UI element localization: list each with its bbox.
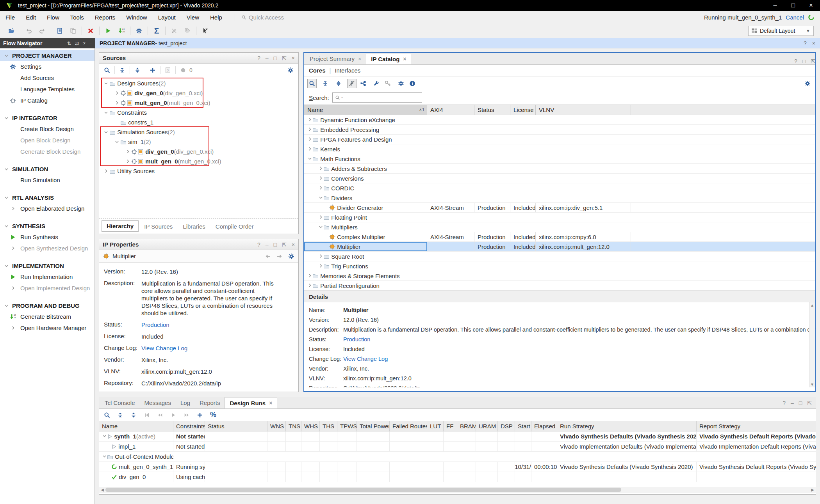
float-panel-icon[interactable]: ⇱ bbox=[282, 241, 287, 248]
catalog-row-divider-generator[interactable]: Divider GeneratorAXI4-StreamProductionIn… bbox=[304, 203, 815, 213]
collapse-all-button[interactable] bbox=[116, 410, 125, 420]
expand-toggle[interactable] bbox=[307, 117, 312, 123]
menu-file[interactable]: File bbox=[0, 14, 20, 21]
add-sources-button[interactable] bbox=[148, 66, 157, 75]
column-header-report_strategy[interactable]: Report Strategy bbox=[697, 421, 816, 431]
menu-help[interactable]: Help bbox=[205, 14, 228, 21]
search-input[interactable]: ‑ bbox=[332, 92, 422, 103]
collapse-all-button[interactable] bbox=[118, 66, 127, 75]
sidebar-section-rtl-analysis[interactable]: RTL ANALYSIS bbox=[0, 192, 94, 203]
tree-item-Simulation Sources[interactable]: Simulation Sources (2) bbox=[99, 127, 298, 137]
run-row-impl-1[interactable]: impl_1Not startedVivado Implementation D… bbox=[99, 442, 816, 452]
tab-log[interactable]: Log bbox=[176, 397, 195, 408]
column-header-tns[interactable]: TNS bbox=[286, 421, 301, 431]
property-value[interactable]: View Change Log bbox=[141, 344, 277, 352]
column-header-ff[interactable]: FF bbox=[444, 421, 457, 431]
expand-all-icon[interactable]: ⇄ bbox=[75, 41, 79, 46]
catalog-row-floating-point[interactable]: Floating Point bbox=[304, 213, 815, 222]
expand-toggle[interactable] bbox=[307, 282, 312, 289]
maximize-panel-icon[interactable]: □ bbox=[799, 400, 802, 406]
maximize-panel-icon[interactable]: □ bbox=[274, 55, 277, 61]
cores-view-button[interactable]: Cores bbox=[309, 67, 326, 74]
scroll-left-icon[interactable]: ◀ bbox=[99, 488, 105, 492]
tree-item-Utility Sources[interactable]: Utility Sources bbox=[99, 166, 298, 176]
settings-button[interactable] bbox=[132, 25, 146, 36]
sidebar-item-open-elaborated-design[interactable]: Open Elaborated Design bbox=[0, 203, 94, 214]
catalog-row-kernels[interactable]: Kernels bbox=[304, 144, 815, 154]
column-header-license[interactable]: License bbox=[510, 105, 536, 115]
minimize-panel-icon[interactable]: – bbox=[791, 400, 794, 406]
search-button[interactable] bbox=[102, 66, 112, 75]
collapse-all-button[interactable] bbox=[321, 79, 330, 88]
tree-item-mult_gen_0[interactable]: mult_gen_0 (mult_gen_0.xci) bbox=[99, 98, 298, 108]
expand-all-button[interactable] bbox=[129, 410, 138, 420]
catalog-row-adders-subtracters[interactable]: Adders & Subtracters bbox=[304, 164, 815, 174]
redo-button[interactable] bbox=[36, 25, 49, 36]
column-header-status[interactable]: Status bbox=[205, 421, 267, 431]
forward-arrow-icon[interactable] bbox=[276, 253, 283, 259]
minimize-button[interactable]: – bbox=[766, 2, 784, 9]
sidebar-item-run-implementation[interactable]: Run Implementation bbox=[0, 271, 94, 282]
close-button[interactable]: × bbox=[802, 2, 820, 9]
column-header-axi4[interactable]: AXI4 bbox=[427, 105, 474, 115]
sidebar-item-open-hardware-manager[interactable]: Open Hardware Manager bbox=[0, 322, 94, 334]
details-scrollbar[interactable]: ▲ ▼ bbox=[809, 302, 815, 387]
close-icon[interactable]: × bbox=[812, 40, 815, 46]
search-button[interactable] bbox=[307, 79, 317, 88]
group-by-button[interactable] bbox=[358, 79, 368, 88]
column-header-total_power[interactable]: Total Power bbox=[357, 421, 390, 431]
scroll-down-icon[interactable]: ▼ bbox=[810, 382, 814, 387]
column-header-run_strategy[interactable]: Run Strategy bbox=[557, 421, 697, 431]
expand-toggle[interactable] bbox=[307, 126, 312, 133]
expand-toggle[interactable] bbox=[318, 185, 323, 192]
report-button[interactable] bbox=[53, 25, 66, 36]
license-button[interactable] bbox=[383, 79, 392, 88]
column-header-constraints[interactable]: Constraints bbox=[173, 421, 205, 431]
tab-project-summary[interactable]: Project Summary× bbox=[305, 53, 366, 64]
expand-toggle[interactable] bbox=[102, 453, 107, 460]
back-arrow-icon[interactable] bbox=[265, 253, 271, 259]
close-tab-icon[interactable]: × bbox=[269, 400, 272, 406]
tab-hierarchy[interactable]: Hierarchy bbox=[102, 220, 139, 232]
run-row-div-gen-0[interactable]: div_gen_0Using cached IP results bbox=[99, 472, 816, 482]
column-header-uram[interactable]: URAM bbox=[476, 421, 498, 431]
menu-reports[interactable]: Reports bbox=[89, 14, 121, 21]
expand-toggle[interactable] bbox=[102, 130, 109, 135]
float-panel-icon[interactable]: ⇱ bbox=[282, 55, 287, 61]
tab-libraries[interactable]: Libraries bbox=[178, 221, 210, 232]
minimize-panel-icon[interactable]: – bbox=[266, 55, 269, 61]
column-header-status[interactable]: Status bbox=[474, 105, 510, 115]
expand-toggle[interactable] bbox=[102, 110, 109, 115]
float-panel-icon[interactable]: ⇱ bbox=[811, 58, 815, 64]
catalog-row-embedded-processing[interactable]: Embedded Processing bbox=[304, 125, 815, 135]
sidebar-section-implementation[interactable]: IMPLEMENTATION bbox=[0, 260, 94, 271]
float-panel-icon[interactable]: ⇱ bbox=[807, 400, 812, 406]
expand-toggle[interactable] bbox=[318, 253, 323, 260]
resource-estimate-button[interactable]: % bbox=[209, 410, 218, 420]
sidebar-item-run-synthesis[interactable]: Run Synthesis bbox=[0, 231, 94, 243]
close-panel-icon[interactable]: × bbox=[292, 241, 295, 248]
open-recent-button[interactable] bbox=[5, 25, 18, 36]
column-header-wns[interactable]: WNS bbox=[267, 421, 286, 431]
help-icon[interactable]: ? bbox=[257, 55, 260, 61]
tab-ip-sources[interactable]: IP Sources bbox=[139, 221, 177, 232]
expand-toggle[interactable] bbox=[102, 169, 109, 174]
catalog-settings-button[interactable] bbox=[803, 79, 812, 88]
expand-toggle[interactable] bbox=[113, 91, 120, 96]
catalog-row-multiplier[interactable]: MultiplierProductionIncludedxilinx.com:i… bbox=[304, 242, 815, 252]
expand-toggle[interactable] bbox=[307, 273, 312, 279]
scroll-up-icon[interactable]: ▲ bbox=[810, 303, 814, 307]
tab-tcl-console[interactable]: Tcl Console bbox=[100, 397, 140, 408]
run-row-synth-1[interactable]: synth_1 (active)Not startedVivado Synthe… bbox=[99, 431, 816, 442]
help-icon[interactable]: ? bbox=[783, 400, 786, 406]
expand-toggle[interactable] bbox=[318, 224, 323, 231]
run-button[interactable] bbox=[102, 25, 115, 36]
column-header-bram[interactable]: BRAM bbox=[457, 421, 476, 431]
tree-item-Constraints[interactable]: Constraints bbox=[99, 108, 298, 117]
search-button[interactable] bbox=[102, 410, 112, 420]
ip-info-button[interactable] bbox=[408, 79, 417, 88]
column-header-name[interactable]: Name∧1 bbox=[304, 105, 427, 115]
hide-incompatible-button[interactable] bbox=[347, 79, 357, 88]
column-header-tpws[interactable]: TPWS bbox=[337, 421, 357, 431]
sidebar-section-ip-integrator[interactable]: IP INTEGRATOR bbox=[0, 112, 94, 123]
